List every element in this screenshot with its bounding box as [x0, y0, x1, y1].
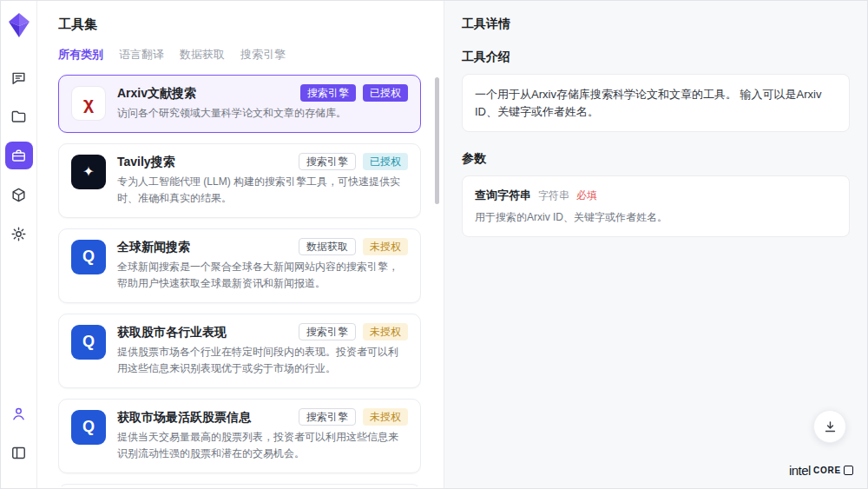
detail-title: 工具详情 [462, 17, 850, 32]
q-logo-icon: Q [71, 240, 106, 274]
param-desc: 用于搜索的Arxiv ID、关键字或作者姓名。 [475, 210, 837, 225]
auth-badge: 已授权 [363, 84, 408, 102]
category-badge: 搜索引擎 [300, 84, 356, 102]
tool-list: χ Arxiv文献搜索 搜索引擎 已授权 访问各个研究领域大量科学论文和文章的存… [58, 75, 421, 486]
folder-icon [10, 109, 27, 125]
download-button[interactable] [813, 410, 846, 443]
intel-wordmark: intel [789, 463, 811, 478]
tool-desc: 提供当天交易量最高的股票列表，投资者可以利用这些信息来识别流动性强的股票和潜在的… [117, 429, 408, 462]
list-scrollbar [435, 77, 439, 484]
download-icon [823, 420, 838, 434]
auth-badge: 未授权 [363, 408, 408, 426]
category-badge: 数据获取 [299, 238, 356, 255]
tool-card-regional-news[interactable]: 万维地区新闻查询 搜索引擎 未授权 查询具体行政区划内的新闻，快速了解各地新闻动 [58, 484, 421, 486]
intro-section-title: 工具介绍 [462, 50, 850, 65]
tavily-sparkle-icon: ✦ [71, 155, 106, 189]
param-type: 字符串 [538, 188, 569, 203]
arxiv-logo-icon: χ [71, 86, 106, 121]
gear-icon [10, 226, 27, 242]
tab-data-fetch[interactable]: 数据获取 [180, 47, 225, 63]
tool-card-arxiv[interactable]: χ Arxiv文献搜索 搜索引擎 已授权 访问各个研究领域大量科学论文和文章的存… [58, 75, 421, 133]
tool-title: Arxiv文献搜索 [117, 84, 196, 102]
category-tabs: 所有类别 语言翻译 数据获取 搜索引擎 [58, 47, 421, 63]
auth-badge: 未授权 [363, 238, 408, 255]
intro-card: 一个用于从Arxiv存储库搜索科学论文和文章的工具。 输入可以是Arxiv ID… [462, 74, 850, 132]
auth-badge: 已授权 [363, 153, 408, 170]
tab-all-categories[interactable]: 所有类别 [58, 47, 103, 63]
sidebar-item-tools[interactable] [5, 142, 33, 169]
param-required-badge: 必填 [576, 188, 597, 203]
sidebar-item-user[interactable] [5, 400, 33, 427]
param-name: 查询字符串 [475, 188, 531, 203]
tool-title: 获取市场最活跃股票信息 [117, 408, 251, 426]
app-root: 工具集 所有类别 语言翻译 数据获取 搜索引擎 χ Arxiv文献搜索 搜索引擎… [0, 0, 868, 489]
chat-icon [10, 69, 27, 86]
app-logo-icon [9, 13, 30, 37]
tool-desc: 提供股票市场各个行业在特定时间段内的表现。投资者可以利用这些信息来识别表现优于或… [117, 344, 408, 377]
tool-card-global-news[interactable]: Q 全球新闻搜索 数据获取 未授权 全球新闻搜索是一个聚合全球各大新闻网站内容的… [58, 228, 421, 303]
sidebar-item-plugins[interactable] [5, 181, 33, 208]
intro-text: 一个用于从Arxiv存储库搜索科学论文和文章的工具。 输入可以是Arxiv ID… [475, 86, 837, 120]
core-badge-box [844, 466, 853, 475]
q-logo-icon: Q [71, 325, 106, 360]
tool-desc: 全球新闻搜索是一个聚合全球各大新闻网站内容的搜索引擎，帮助用户快速获取全球最新资… [117, 259, 408, 292]
intel-core-logo: intel CORE [789, 463, 853, 478]
briefcase-icon [10, 148, 27, 164]
app-logo[interactable] [9, 13, 30, 37]
tab-language-translation[interactable]: 语言翻译 [119, 47, 164, 63]
sidebar-item-chat[interactable] [5, 63, 33, 91]
core-wordmark: CORE [813, 466, 841, 475]
params-section-title: 参数 [462, 151, 850, 167]
tab-search-engine[interactable]: 搜索引擎 [240, 47, 286, 63]
auth-badge: 未授权 [363, 323, 408, 340]
sidebar [1, 1, 37, 488]
category-badge: 搜索引擎 [299, 153, 356, 170]
tool-title: Tavily搜索 [117, 153, 175, 170]
tool-desc: 访问各个研究领域大量科学论文和文章的存储库。 [117, 105, 408, 122]
sidebar-item-settings[interactable] [5, 220, 33, 248]
toolset-pane: 工具集 所有类别 语言翻译 数据获取 搜索引擎 χ Arxiv文献搜索 搜索引擎… [37, 1, 444, 488]
sidebar-item-files[interactable] [5, 102, 33, 130]
param-card: 查询字符串 字符串 必填 用于搜索的Arxiv ID、关键字或作者姓名。 [462, 175, 850, 237]
cube-icon [10, 187, 27, 203]
q-logo-icon: Q [71, 410, 106, 445]
user-icon [10, 406, 27, 422]
scrollbar-thumb[interactable] [435, 77, 439, 204]
tool-card-sector-performance[interactable]: Q 获取股市各行业表现 搜索引擎 未授权 提供股票市场各个行业在特定时间段内的表… [58, 314, 421, 388]
tool-title: 获取股市各行业表现 [117, 323, 227, 340]
tool-card-most-active-stocks[interactable]: Q 获取市场最活跃股票信息 搜索引擎 未授权 提供当天交易量最高的股票列表，投资… [58, 399, 421, 473]
tool-card-tavily[interactable]: ✦ Tavily搜索 搜索引擎 已授权 专为人工智能代理 (LLM) 构建的搜索… [58, 143, 421, 218]
layout-panel-icon [10, 445, 27, 461]
tool-detail-pane: 工具详情 工具介绍 一个用于从Arxiv存储库搜索科学论文和文章的工具。 输入可… [444, 1, 867, 488]
category-badge: 搜索引擎 [299, 408, 356, 426]
sidebar-item-collapse[interactable] [5, 439, 33, 466]
tool-title: 全球新闻搜索 [117, 238, 190, 255]
category-badge: 搜索引擎 [299, 323, 356, 340]
tool-desc: 专为人工智能代理 (LLM) 构建的搜索引擎工具，可快速提供实时、准确和真实的结… [117, 174, 408, 207]
page-title: 工具集 [58, 17, 421, 33]
